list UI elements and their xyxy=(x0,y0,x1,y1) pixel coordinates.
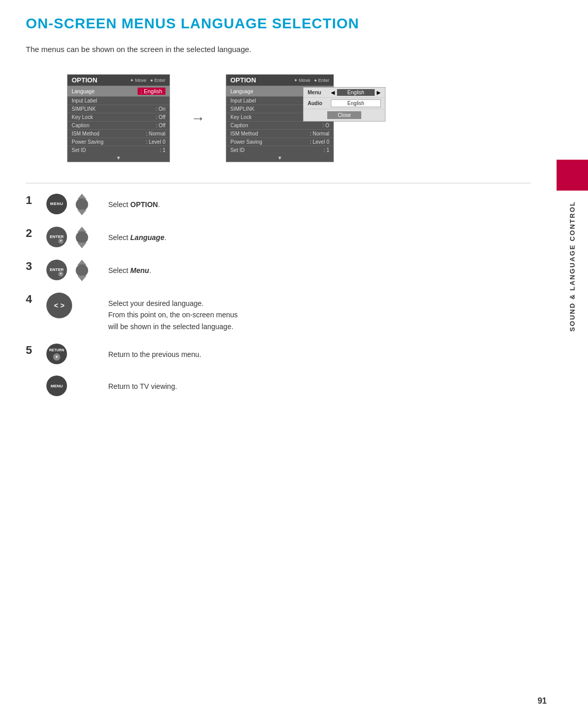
option-row-ism-2: ISM Method : Normal xyxy=(226,129,333,138)
popup-menu-label: Menu xyxy=(308,90,331,95)
lr-button-step4[interactable]: < > xyxy=(46,293,72,318)
enter-button-step3[interactable]: ENTER ● xyxy=(46,260,67,280)
option-controls-1: ✦ Move ● Enter xyxy=(130,78,165,83)
step-5: 5 RETURN ● Return to the previous menu. xyxy=(26,344,531,364)
nav-center-step2 xyxy=(76,231,88,244)
popup-close-button[interactable]: Close xyxy=(327,111,361,119)
option-row-language-1: Language : English xyxy=(68,86,170,96)
step-1-number: 1 xyxy=(26,194,36,207)
nav-down-arrow-step2[interactable] xyxy=(77,243,87,248)
divider xyxy=(26,183,531,183)
option-title-1: OPTION xyxy=(72,76,97,84)
menu-button-step6[interactable]: MENU xyxy=(46,376,67,396)
option-header-2: OPTION ✦ Move ● Enter xyxy=(226,75,333,86)
step-3: 3 ENTER ● Select Menu. xyxy=(26,260,531,281)
right-sidebar: SOUND & LANGUAGE CONTROL xyxy=(557,0,588,716)
step-5-number: 5 xyxy=(26,344,36,357)
language-popup: Menu ◀ English ▶ Audio English Close xyxy=(303,87,385,122)
diagrams-container: OPTION ✦ Move ● Enter Language : English… xyxy=(67,74,531,162)
step-4-buttons: < > xyxy=(46,293,98,318)
popup-audio-row: Audio English xyxy=(304,98,385,109)
menu-button-step1[interactable]: MENU xyxy=(46,194,67,214)
popup-menu-row: Menu ◀ English ▶ xyxy=(304,88,385,98)
nav-center-step3 xyxy=(76,264,88,277)
return-button[interactable]: RETURN ● xyxy=(46,344,67,364)
enter-button-step2[interactable]: ENTER ● xyxy=(46,227,67,247)
popup-audio-value: English xyxy=(331,99,381,107)
step-2-buttons: ENTER ● xyxy=(46,227,98,248)
step-2: 2 ENTER ● Select Language. xyxy=(26,227,531,248)
option-row-caption-2: Caption : O xyxy=(226,121,333,129)
option-header-1: OPTION ✦ Move ● Enter xyxy=(68,75,170,86)
option-row-setid-1: Set ID : 1 xyxy=(68,146,170,154)
step-2-number: 2 xyxy=(26,227,36,240)
step-1-buttons: MENU xyxy=(46,194,98,215)
option-row-simplink-1: SIMPLINK : On xyxy=(68,105,170,113)
sidebar-text: SOUND & LANGUAGE CONTROL xyxy=(568,201,576,332)
step-3-text: Select Menu. xyxy=(108,260,151,276)
steps-section: 1 MENU Select OPTION. 2 xyxy=(26,194,531,396)
option-box-1: OPTION ✦ Move ● Enter Language : English… xyxy=(67,74,170,162)
diagram-wrapper-2: OPTION ✦ Move ● Enter Language : En Inpu… xyxy=(226,74,334,162)
option-controls-2: ✦ Move ● Enter xyxy=(294,78,329,83)
step-4-number: 4 xyxy=(26,293,36,306)
step-1: 1 MENU Select OPTION. xyxy=(26,194,531,215)
nav-down-arrow-step1[interactable] xyxy=(77,210,87,215)
step-4-text: Select your desired language. From this … xyxy=(108,293,238,332)
step-6-buttons: MENU xyxy=(46,376,98,396)
step-1-text: Select OPTION. xyxy=(108,194,160,210)
step-6: MENU Return to TV viewing. xyxy=(26,376,531,396)
step-5-buttons: RETURN ● xyxy=(46,344,98,364)
nav-down-arrow-step3[interactable] xyxy=(77,276,87,281)
option-row-setid-2: Set ID : 1 xyxy=(226,146,333,154)
option-row-inputlabel-1: Input Label xyxy=(68,96,170,105)
option-row-keylock-1: Key Lock : Off xyxy=(68,113,170,121)
page-number: 91 xyxy=(537,696,547,706)
option-row-ism-1: ISM Method : Normal xyxy=(68,129,170,138)
option-title-2: OPTION xyxy=(230,76,256,84)
step-3-buttons: ENTER ● xyxy=(46,260,98,281)
main-content: ON-SCREEN MENUS LANGUAGE SELECTION The m… xyxy=(0,0,557,716)
option-scroll-2: ▼ xyxy=(226,154,333,162)
popup-menu-value: English xyxy=(337,89,375,96)
step-4: 4 < > Select your desired language. From… xyxy=(26,293,531,332)
step-6-text: Return to TV viewing. xyxy=(108,376,177,392)
sidebar-red-bar xyxy=(557,160,588,191)
step-5-text: Return to the previous menu. xyxy=(108,344,201,360)
arrow-between-diagrams: → xyxy=(191,110,205,127)
step-3-number: 3 xyxy=(26,260,36,273)
option-row-caption-1: Caption : Off xyxy=(68,121,170,129)
option-scroll-1: ▼ xyxy=(68,154,170,162)
nav-center-step1 xyxy=(76,198,88,211)
page-description: The menus can be shown on the screen in … xyxy=(26,45,531,54)
step-6-number xyxy=(26,376,36,389)
popup-close-row: Close xyxy=(304,109,385,121)
step-2-text: Select Language. xyxy=(108,227,166,243)
popup-audio-label: Audio xyxy=(308,100,331,106)
option-row-power-1: Power Saving : Level 0 xyxy=(68,138,170,146)
page-title: ON-SCREEN MENUS LANGUAGE SELECTION xyxy=(26,15,531,32)
option-row-power-2: Power Saving : Level 0 xyxy=(226,138,333,146)
